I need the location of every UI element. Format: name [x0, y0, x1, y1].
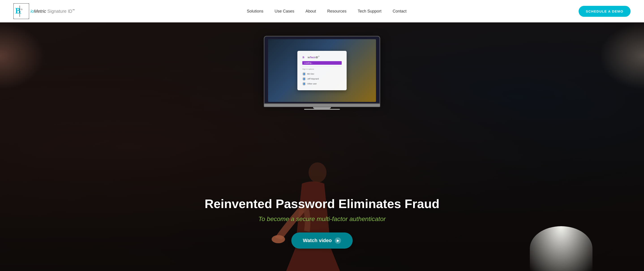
watch-video-button[interactable]: Watch video ▶ [291, 232, 353, 248]
floral-right [599, 22, 644, 90]
table-decoration [530, 226, 592, 271]
logo[interactable]: B io ✦ ioMetric Signature ID™ [14, 3, 75, 19]
main-nav: Solutions Use Cases About Resources Tech… [247, 9, 406, 14]
logo-text: ioMetric Signature ID™ [30, 9, 75, 14]
nav-resources[interactable]: Resources [327, 9, 346, 14]
biotect-logo: B ioTect-ID™ [302, 55, 342, 59]
divider [302, 66, 342, 67]
svg-text:B: B [302, 56, 304, 59]
laptop-base [264, 104, 380, 107]
laptop-screen-outer: B ioTect-ID™ Loading... Sign in options … [264, 36, 380, 104]
svg-point-6 [308, 162, 326, 182]
biotect-name: ioTect-ID™ [308, 56, 320, 59]
nav-use-cases[interactable]: Use Cases [274, 9, 294, 14]
site-header: B io ✦ ioMetric Signature ID™ Solutions … [0, 0, 644, 22]
laptop-screen: B ioTect-ID™ Loading... Sign in options … [268, 39, 376, 102]
floral-left [0, 22, 45, 90]
avatar-other: 👤 [302, 82, 306, 86]
svg-text:io: io [20, 8, 22, 10]
user-name-other: Other user [307, 83, 317, 85]
user-name-jeff: Jeff Maynard [307, 78, 319, 80]
play-icon: ▶ [335, 238, 341, 244]
hero-content: Reinvented Password Eliminates Fraud To … [196, 197, 448, 248]
nav-about[interactable]: About [306, 9, 316, 14]
logo-icon: B io ✦ [14, 3, 29, 19]
hero-section: B ioTect-ID™ Loading... Sign in options … [0, 22, 644, 271]
biotect-logo-icon: B [302, 55, 307, 59]
nav-contact[interactable]: Contact [392, 9, 406, 14]
user-jeff: 👤 Jeff Maynard [302, 76, 342, 81]
user-bd-dev: 👤 BD Dev [302, 72, 342, 76]
avatar-jeff: 👤 [302, 77, 306, 81]
login-interface: B ioTect-ID™ Loading... Sign in options … [297, 51, 347, 90]
laptop-foot [304, 109, 340, 110]
sign-in-options: Sign in options [302, 68, 342, 70]
user-other: 👤 Other user [302, 81, 342, 86]
schedule-demo-button[interactable]: SCHEDULE A DEMO [578, 6, 630, 17]
nav-tech-support[interactable]: Tech Support [358, 9, 381, 14]
loading-indicator: Loading... [302, 61, 342, 65]
laptop-stand [313, 107, 331, 109]
nav-solutions[interactable]: Solutions [247, 9, 263, 14]
user-name-bd-dev: BD Dev [307, 73, 314, 75]
laptop-mockup: B ioTect-ID™ Loading... Sign in options … [264, 36, 380, 110]
hero-subtitle: To become a secure multi-factor authenti… [205, 216, 440, 222]
hero-title: Reinvented Password Eliminates Fraud [205, 197, 440, 211]
avatar-bd-dev: 👤 [302, 72, 306, 76]
svg-text:✦: ✦ [20, 12, 22, 14]
watch-video-label: Watch video [303, 238, 332, 244]
laptop: B ioTect-ID™ Loading... Sign in options … [264, 36, 380, 110]
